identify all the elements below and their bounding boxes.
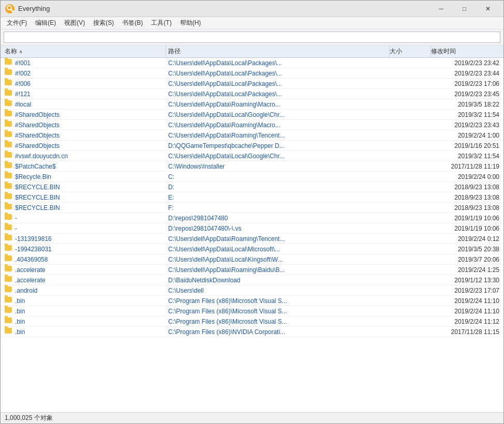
folder-icon xyxy=(5,59,13,67)
table-row[interactable]: #vswf.douyucdn.cnC:\Users\dell\AppData\L… xyxy=(1,151,503,161)
file-path: C:\Users\dell\AppData\Roaming\Macro... xyxy=(168,101,390,108)
folder-icon xyxy=(5,80,13,88)
folder-icon xyxy=(5,297,13,305)
file-date: 2019/2/24 11:10 xyxy=(431,297,503,305)
folder-icon xyxy=(5,307,13,315)
close-button[interactable]: ✕ xyxy=(476,1,499,17)
file-path: D:\BaiduNetdiskDownload xyxy=(168,277,390,284)
file-date: 2019/2/24 1:00 xyxy=(431,132,503,139)
table-row[interactable]: .binC:\Program Files (x86)\Microsoft Vis… xyxy=(1,316,503,327)
file-name: #vswf.douyucdn.cn xyxy=(15,153,168,160)
file-date: 2019/2/24 11:10 xyxy=(431,308,503,315)
table-row[interactable]: #!121C:\Users\dell\AppData\Local\Package… xyxy=(1,89,503,99)
table-row[interactable]: .binC:\Program Files (x86)\NVIDIA Corpor… xyxy=(1,327,503,337)
table-row[interactable]: -1994238031C:\Users\dell\AppData\Local\M… xyxy=(1,244,503,254)
menu-item-v[interactable]: 视图(V) xyxy=(60,18,89,29)
table-row[interactable]: .accelerateD:\BaiduNetdiskDownload2019/1… xyxy=(1,275,503,285)
table-row[interactable]: $RECYCLE.BIND:2018/9/23 13:08 xyxy=(1,182,503,192)
list-header: 名称 ∧ 路径 大小 修改时间 xyxy=(1,46,503,58)
minimize-button[interactable]: ─ xyxy=(429,1,453,17)
file-name: #SharedObjects xyxy=(15,111,168,118)
file-name: #SharedObjects xyxy=(15,132,168,139)
folder-icon xyxy=(5,131,13,140)
file-date: 2019/2/24 11:12 xyxy=(431,318,503,325)
table-row[interactable]: -D:\repos\2981047480\-\.vs2019/1/19 10:0… xyxy=(1,223,503,234)
menu-item-e[interactable]: 编辑(E) xyxy=(31,18,60,29)
title-bar: Everything ─ □ ✕ xyxy=(1,1,503,17)
table-row[interactable]: $Recycle.BinC:2019/2/24 0:00 xyxy=(1,172,503,182)
file-path: C:\Program Files (x86)\NVIDIA Corporati.… xyxy=(168,328,390,336)
file-date: 2018/9/23 13:08 xyxy=(431,184,503,191)
file-path: E: xyxy=(168,194,390,201)
file-date: 2019/2/23 23:44 xyxy=(431,70,503,77)
file-path: C:\Users\dell\AppData\Local\Kingsoft\W..… xyxy=(168,256,390,263)
table-row[interactable]: .androidC:\Users\dell2019/2/23 17:07 xyxy=(1,285,503,296)
folder-icon xyxy=(5,204,13,212)
status-bar: 1,000,025 个对象 xyxy=(1,412,503,423)
menu-item-f[interactable]: 文件(F) xyxy=(3,18,31,29)
file-path: C:\Users\dell\AppData\Local\Microsoft\..… xyxy=(168,246,390,253)
file-date: 2019/1/19 10:06 xyxy=(431,225,503,232)
folder-icon xyxy=(5,183,13,191)
search-input[interactable] xyxy=(4,32,500,43)
file-name: $PatchCache$ xyxy=(15,163,168,170)
folder-icon xyxy=(5,152,13,160)
menu-item-h[interactable]: 帮助(H) xyxy=(176,18,205,29)
table-row[interactable]: #SharedObjectsD:\QQGameTempest\qbcache\P… xyxy=(1,141,503,151)
file-date: 2019/3/5 18:22 xyxy=(431,101,503,108)
table-row[interactable]: #SharedObjectsC:\Users\dell\AppData\Loca… xyxy=(1,110,503,120)
table-row[interactable]: -1313919816C:\Users\dell\AppData\Roaming… xyxy=(1,234,503,244)
table-row[interactable]: $PatchCache$C:\Windows\Installer2017/11/… xyxy=(1,161,503,172)
file-date: 2018/9/23 13:08 xyxy=(431,204,503,211)
menu-item-t[interactable]: 工具(T) xyxy=(147,18,175,29)
file-name: .accelerate xyxy=(15,266,168,274)
header-date[interactable]: 修改时间 xyxy=(431,46,503,58)
file-list[interactable]: #!001C:\Users\dell\AppData\Local\Package… xyxy=(1,58,503,412)
menu-item-s[interactable]: 搜索(S) xyxy=(89,18,118,29)
file-name: $RECYCLE.BIN xyxy=(15,204,168,211)
table-row[interactable]: -D:\repos\29810474802019/1/19 10:06 xyxy=(1,213,503,223)
header-size[interactable]: 大小 xyxy=(390,46,431,58)
table-row[interactable]: #SharedObjectsC:\Users\dell\AppData\Roam… xyxy=(1,130,503,141)
file-path: C:\Program Files (x86)\Microsoft Visual … xyxy=(168,318,390,325)
menu-bar: 文件(F)编辑(E)视图(V)搜索(S)书签(B)工具(T)帮助(H) xyxy=(1,17,503,29)
table-row[interactable]: #!002C:\Users\dell\AppData\Local\Package… xyxy=(1,68,503,79)
file-path: C:\Users\dell\AppData\Roaming\Tencent... xyxy=(168,235,390,243)
table-row[interactable]: $RECYCLE.BINE:2018/9/23 13:08 xyxy=(1,192,503,203)
file-date: 2019/2/23 23:42 xyxy=(431,59,503,67)
file-date: 2019/3/5 20:38 xyxy=(431,246,503,253)
search-bar xyxy=(1,29,503,46)
table-row[interactable]: #SharedObjectsC:\Users\dell\AppData\Roam… xyxy=(1,120,503,130)
table-row[interactable]: .binC:\Program Files (x86)\Microsoft Vis… xyxy=(1,306,503,316)
table-row[interactable]: $RECYCLE.BINF:2018/9/23 13:08 xyxy=(1,203,503,213)
file-date: 2017/11/28 11:19 xyxy=(431,163,503,170)
file-name: #!002 xyxy=(15,70,168,77)
file-date: 2019/1/12 13:30 xyxy=(431,277,503,284)
table-row[interactable]: #!001C:\Users\dell\AppData\Local\Package… xyxy=(1,58,503,68)
maximize-button[interactable]: □ xyxy=(453,1,476,17)
folder-icon xyxy=(5,214,13,222)
folder-icon xyxy=(5,100,13,109)
file-date: 2019/3/2 11:54 xyxy=(431,111,503,118)
table-row[interactable]: .binC:\Program Files (x86)\Microsoft Vis… xyxy=(1,296,503,306)
table-row[interactable]: #!006C:\Users\dell\AppData\Local\Package… xyxy=(1,79,503,89)
file-path: C:\Users\dell\AppData\Local\Google\Chr..… xyxy=(168,111,390,118)
header-name[interactable]: 名称 ∧ xyxy=(1,46,166,58)
folder-icon xyxy=(5,193,13,202)
table-row[interactable]: .404369058C:\Users\dell\AppData\Local\Ki… xyxy=(1,254,503,265)
file-path: F: xyxy=(168,204,390,211)
menu-item-b[interactable]: 书签(B) xyxy=(118,18,147,29)
table-row[interactable]: #localC:\Users\dell\AppData\Roaming\Macr… xyxy=(1,99,503,110)
folder-icon xyxy=(5,111,13,119)
file-date: 2019/1/19 10:06 xyxy=(431,215,503,222)
header-path[interactable]: 路径 xyxy=(166,46,390,58)
file-name: - xyxy=(15,215,168,222)
table-row[interactable]: .accelerateC:\Users\dell\AppData\Roaming… xyxy=(1,265,503,275)
file-path: C: xyxy=(168,173,390,180)
folder-icon xyxy=(5,224,13,233)
file-path: C:\Users\dell\AppData\Local\Packages\... xyxy=(168,70,390,77)
file-path: C:\Program Files (x86)\Microsoft Visual … xyxy=(168,297,390,305)
file-date: 2017/11/28 11:15 xyxy=(431,328,503,336)
folder-icon xyxy=(5,317,13,326)
file-date: 2018/9/23 13:08 xyxy=(431,194,503,201)
